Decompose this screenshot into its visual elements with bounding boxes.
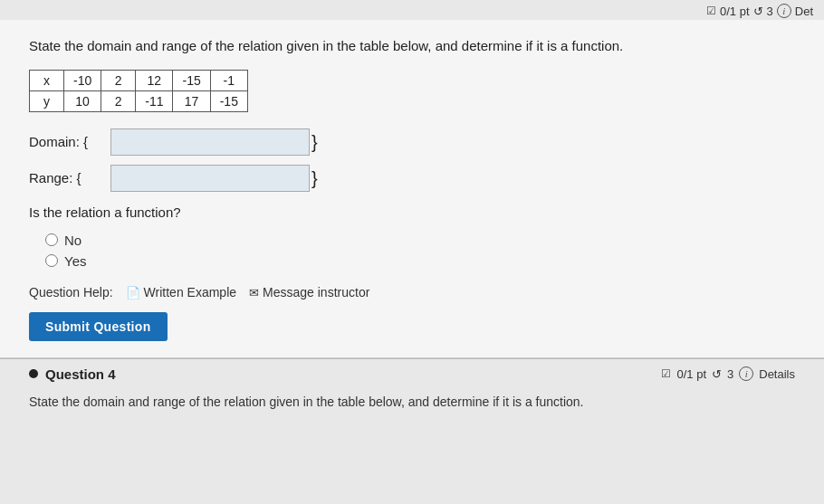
table-y-3: -11 (136, 90, 173, 111)
question4-label-group: Question 4 (29, 366, 116, 382)
range-row: Range: { } (29, 165, 795, 192)
table-header-x: x (30, 70, 64, 90)
question-text: State the domain and range of the relati… (29, 36, 795, 57)
range-label: Range: { (29, 170, 110, 185)
top-score: 0/1 pt (720, 5, 750, 18)
domain-label: Domain: { (29, 134, 110, 149)
option-no-label: No (64, 233, 81, 248)
submit-button[interactable]: Submit Question (29, 312, 168, 341)
radio-yes[interactable] (45, 254, 58, 267)
option-yes-label: Yes (64, 253, 86, 269)
q4-details-label: Details (759, 367, 795, 381)
undo-icon: ↺ (753, 5, 763, 18)
message-instructor-label: Message instructor (263, 285, 369, 300)
option-yes[interactable]: Yes (45, 253, 795, 269)
range-input[interactable] (110, 165, 310, 192)
written-example-link[interactable]: Written Example (126, 285, 236, 300)
table-x-5: -1 (210, 70, 247, 90)
function-question-text: Is the relation a function? (29, 204, 795, 220)
question4-label: Question 4 (45, 366, 116, 382)
table-y-1: 10 (64, 90, 101, 111)
page: ☑ 0/1 pt ↺ 3 i Det State the domain and … (0, 0, 824, 504)
top-bar: ☑ 0/1 pt ↺ 3 i Det (0, 0, 824, 20)
table-y-4: 17 (173, 90, 210, 111)
q4-score: 0/1 pt (676, 367, 706, 381)
table-x-4: -15 (173, 70, 210, 90)
top-score-area: ☑ 0/1 pt ↺ 3 i Det (706, 4, 813, 18)
message-instructor-link[interactable]: Message instructor (249, 285, 369, 300)
info-icon: i (777, 4, 791, 18)
written-example-label: Written Example (144, 285, 236, 300)
q4-undo-icon: ↺ (712, 367, 722, 381)
domain-brace-input: } (110, 128, 318, 156)
table-header-y: y (30, 90, 64, 111)
relation-table: x -10 2 12 -15 -1 y 10 2 -11 17 -15 (29, 70, 248, 112)
domain-close-brace: } (311, 133, 318, 151)
question-help: Question Help: Written Example Message i… (29, 285, 795, 300)
q4-undo-count: 3 (727, 367, 733, 381)
q4-score-area: ☑ 0/1 pt ↺ 3 i Details (661, 366, 795, 381)
table-x-2: 2 (101, 70, 136, 90)
table-x-1: -10 (64, 70, 101, 90)
domain-input[interactable] (110, 128, 310, 156)
range-close-brace: } (311, 169, 318, 187)
table-y-2: 2 (101, 90, 136, 111)
checkbox-icon: ☑ (706, 5, 716, 17)
table-x-3: 12 (136, 70, 173, 90)
mail-icon (249, 285, 259, 300)
domain-row: Domain: { } (29, 128, 795, 156)
help-label: Question Help: (29, 285, 113, 300)
q4-dot (29, 369, 38, 378)
option-no[interactable]: No (45, 233, 795, 248)
question-block: State the domain and range of the relati… (0, 20, 824, 358)
radio-group: No Yes (45, 233, 795, 269)
range-brace-input: } (110, 165, 318, 192)
q4-checkbox-icon: ☑ (661, 367, 671, 380)
radio-no[interactable] (45, 233, 58, 246)
question4-bar: Question 4 ☑ 0/1 pt ↺ 3 i Details (0, 359, 824, 387)
details-label: Det (795, 5, 813, 18)
undo-count: 3 (767, 5, 773, 18)
doc-icon (126, 285, 140, 300)
q4-info-icon: i (739, 366, 753, 381)
table-y-5: -15 (210, 90, 247, 111)
q4-next-text: State the domain and range of the relati… (0, 387, 824, 409)
